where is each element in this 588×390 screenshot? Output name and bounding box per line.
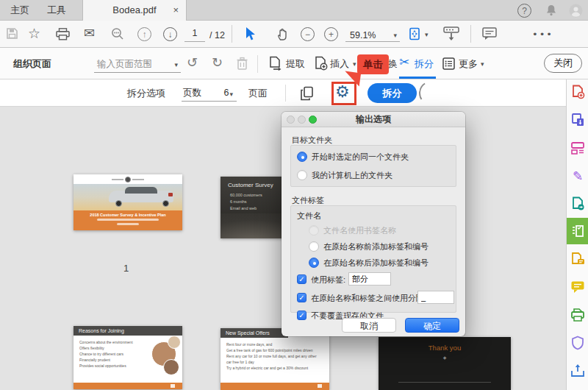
- check-icon: ✓: [298, 294, 304, 302]
- file-label-section-label: 文件标签: [292, 195, 324, 206]
- create-pdf-icon[interactable]: [570, 84, 586, 100]
- toolbar-divider: [470, 25, 471, 43]
- print-icon[interactable]: [56, 28, 70, 40]
- page-thumbnail-4[interactable]: Reasons for Joining Concerns about the e…: [74, 326, 182, 389]
- output-options-dialog: 输出选项 目标文件夹 开始时选定的同一个文件夹 我的计算机上的文件夹 文件标签 …: [282, 112, 465, 336]
- redo-icon[interactable]: ↻: [212, 56, 223, 69]
- brand-logo: [112, 179, 123, 180]
- filename-label: 文件名: [297, 210, 321, 221]
- use-label-checkbox[interactable]: ✓: [297, 274, 306, 284]
- hand-tool-icon[interactable]: [276, 26, 290, 41]
- edit-pdf-icon[interactable]: [570, 140, 586, 156]
- avatar[interactable]: [569, 4, 582, 17]
- photo-circle: [168, 336, 181, 349]
- window-minimize-button[interactable]: [298, 116, 306, 124]
- zoom-in-icon[interactable]: +: [324, 27, 338, 41]
- extract-button[interactable]: 提取: [286, 48, 305, 79]
- radio-same-folder-label[interactable]: 开始时选定的同一个文件夹: [312, 152, 409, 162]
- save-icon[interactable]: [6, 27, 18, 40]
- copy-pages-icon[interactable]: [300, 86, 314, 101]
- page-range-dropdown[interactable]: 输入页面范围 ▾: [94, 55, 181, 73]
- radio-label-before-name[interactable]: [309, 241, 319, 252]
- use-label-checkbox-label[interactable]: 使用标签:: [311, 274, 345, 285]
- replace-button-partial[interactable]: 换: [388, 48, 398, 79]
- zoom-out-icon[interactable]: −: [301, 27, 315, 41]
- more-options-icon[interactable]: [442, 57, 455, 70]
- radio-label-after-name[interactable]: [309, 258, 319, 268]
- split-tab[interactable]: 拆分: [415, 48, 434, 79]
- help-icon[interactable]: ?: [517, 4, 531, 18]
- share-icon[interactable]: [570, 363, 586, 379]
- radio-label-after-name-label[interactable]: 在原始名称后添加标签和编号: [323, 258, 429, 268]
- scan-ocr-icon[interactable]: [570, 307, 586, 323]
- close-button[interactable]: 关闭: [544, 54, 582, 73]
- acrobat-window: 主页 工具 Bodea.pdf × ? ☆ ✉ ↑ ↓ 1: [0, 0, 588, 390]
- chevron-down-icon: ▾: [481, 60, 484, 68]
- check-icon: ✓: [298, 311, 304, 319]
- combine-files-icon[interactable]: [570, 251, 586, 267]
- split-options-label: 拆分选项: [127, 79, 165, 107]
- split-tab-active-underline: [399, 77, 436, 79]
- separator-checkbox[interactable]: ✓: [297, 293, 306, 302]
- next-page-icon[interactable]: ↓: [163, 27, 177, 41]
- split-action-button[interactable]: 拆分: [368, 83, 417, 103]
- page-fit-icon[interactable]: [409, 27, 422, 40]
- circle-annotation-partial: [417, 79, 445, 107]
- target-folder-groupbox: 开始时选定的同一个文件夹 我的计算机上的文件夹: [290, 145, 456, 187]
- undo-icon[interactable]: ↺: [187, 56, 198, 69]
- organize-pages-title: 组织页面: [13, 48, 51, 79]
- brand-logo-mark: [125, 177, 131, 182]
- no-overwrite-checkbox[interactable]: ✓: [297, 311, 306, 320]
- tab-home[interactable]: 主页: [10, 0, 29, 21]
- delete-pages-icon[interactable]: [236, 57, 248, 71]
- comment-icon[interactable]: [482, 27, 497, 40]
- radio-my-computer[interactable]: [297, 170, 307, 180]
- protect-icon[interactable]: [570, 335, 586, 351]
- window-zoom-button[interactable]: [309, 116, 317, 124]
- toolbar-options-icon[interactable]: [443, 26, 459, 41]
- organize-pages-toolbar: 组织页面 输入页面范围 ▾ ↺ ↻ 提取 插入 ▾ 换 ✂ 拆分 更多 ▾ 关闭: [0, 48, 588, 79]
- main-toolbar: ☆ ✉ ↑ ↓ 1 / 12 − + 59.1% ▾ ▾: [0, 21, 588, 48]
- dialog-titlebar[interactable]: 输出选项: [282, 112, 465, 127]
- help-glyph: ?: [522, 6, 527, 16]
- separator-checkbox-label[interactable]: 在原始名称和标签之间使用分隔符:: [311, 293, 434, 303]
- window-close-button[interactable]: [287, 116, 295, 124]
- radio-my-computer-label[interactable]: 我的计算机上的文件夹: [312, 170, 392, 180]
- page-number-label: 1: [123, 263, 129, 274]
- ok-button[interactable]: 确定: [405, 318, 459, 333]
- page-fit-chevron-icon[interactable]: ▾: [425, 31, 429, 38]
- page-thumbnail-5[interactable]: New Special Offers Rent four or more day…: [220, 328, 329, 390]
- photo-circle: [163, 359, 179, 375]
- radio-label-before-name-label[interactable]: 在原始名称前添加标签和编号: [323, 241, 429, 252]
- more-tools-icon[interactable]: •••: [532, 29, 553, 39]
- page-count-input[interactable]: 6: [216, 85, 237, 102]
- extract-icon[interactable]: [268, 56, 282, 71]
- label-text-input[interactable]: [348, 272, 391, 286]
- insert-icon[interactable]: [314, 56, 328, 71]
- page-number-input[interactable]: 1: [184, 28, 205, 42]
- tab-tools[interactable]: 工具: [47, 0, 66, 21]
- send-pdf-icon[interactable]: [570, 196, 586, 212]
- more-button[interactable]: 更多: [459, 48, 478, 79]
- radio-same-folder[interactable]: [297, 152, 307, 162]
- select-tool-icon[interactable]: [243, 26, 257, 41]
- organize-pages-icon[interactable]: [570, 223, 586, 239]
- email-icon[interactable]: ✉: [84, 26, 95, 40]
- page-thumbnail-1[interactable]: 2018 Customer Survey & Incentive Plan: [74, 174, 182, 230]
- close-tab-icon[interactable]: ×: [173, 0, 179, 21]
- bell-icon[interactable]: [545, 4, 558, 17]
- page-thumbnail-6[interactable]: Thank you ◆: [379, 337, 511, 390]
- separator-input[interactable]: [417, 291, 454, 304]
- fill-and-sign-icon[interactable]: ✎: [570, 168, 586, 184]
- comment-tool-icon[interactable]: [570, 279, 586, 295]
- zoom-level-control[interactable]: 59.1% ▾: [345, 28, 400, 42]
- search-icon[interactable]: [111, 27, 124, 40]
- radio-bookmark-names-label: 文件名使用书签名称: [323, 225, 396, 235]
- previous-page-icon[interactable]: ↑: [137, 27, 151, 41]
- cancel-button[interactable]: 取消: [342, 318, 396, 333]
- export-pdf-icon[interactable]: [570, 112, 586, 128]
- toolbar-divider: [232, 25, 232, 43]
- document-tab[interactable]: Bodea.pdf ×: [82, 0, 187, 21]
- slide-bullet: Rent four or more days, and: [226, 341, 319, 347]
- star-icon[interactable]: ☆: [28, 26, 40, 40]
